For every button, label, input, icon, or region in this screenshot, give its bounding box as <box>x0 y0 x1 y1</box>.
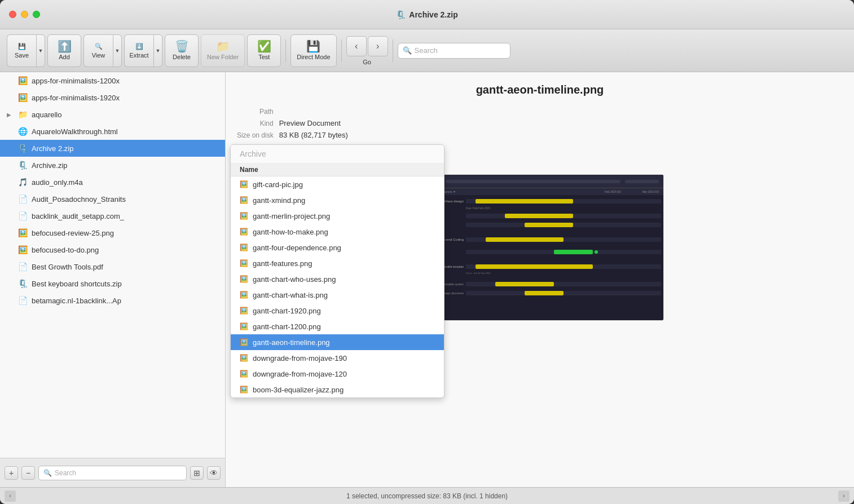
delete-button[interactable]: 🗑️ Delete <box>165 34 199 67</box>
arch-file-icon: 🖼️ <box>240 180 248 188</box>
direct-mode-button[interactable]: 💾 Direct Mode <box>290 34 336 67</box>
archive-item[interactable]: 🖼️ gantt-chart-1200.png <box>231 319 444 334</box>
list-item[interactable]: 🌐 AquareloWalkthrough.html <box>0 123 225 140</box>
path-label: Path <box>237 108 274 116</box>
archive-item[interactable]: 🖼️ gantt-chart-1920.png <box>231 303 444 319</box>
arch-file-icon: 🖼️ <box>240 212 248 220</box>
archive-item[interactable]: 🖼️ gantt-xmind.png <box>231 192 444 208</box>
left-panel: 🖼️ apps-for-minimalists-1200x 🖼️ apps-fo… <box>0 72 226 487</box>
file-name: backlink_audit_setapp.com_ <box>32 212 124 220</box>
maximize-button[interactable] <box>33 11 40 18</box>
file-name: betamagic.nl-1backlink...Ap <box>32 297 121 305</box>
status-nav-left-button[interactable]: ‹ <box>5 490 16 502</box>
list-item[interactable]: 🗜️ Archive 2.zip <box>0 140 225 157</box>
archive-item[interactable]: 🖼️ gantt-features.png <box>231 255 444 271</box>
list-item[interactable]: ▶ 📁 aquarello <box>0 106 225 123</box>
go-nav-group: ‹ › Go <box>346 36 388 65</box>
archive-item-selected[interactable]: 🖼️ gantt-aeon-timeline.png <box>231 334 444 350</box>
gantt-track <box>466 237 661 242</box>
archive-item[interactable]: 🖼️ gift-card-pic.jpg <box>231 176 444 192</box>
gantt-track <box>466 214 661 218</box>
archive-item[interactable]: 🖼️ downgrade-from-mojave-120 <box>231 366 444 382</box>
search-box[interactable]: 🔍 Search <box>398 43 510 59</box>
arch-file-icon: 🖼️ <box>240 354 248 362</box>
file-name: apps-for-minimalists-1920x <box>32 94 120 102</box>
add-item-button[interactable]: + <box>5 466 18 480</box>
extract-icon: ⬇️ <box>135 43 143 50</box>
new-folder-icon: 📁 <box>216 41 230 52</box>
left-panel-bottom: + − 🔍 Search ⊞ 👁 <box>0 458 225 487</box>
view-arrow[interactable]: ▼ <box>113 34 122 67</box>
back-button[interactable]: ‹ <box>346 36 367 56</box>
gantt-track <box>466 264 661 269</box>
gantt-track <box>466 250 661 254</box>
arch-file-icon: 🖼️ <box>240 386 248 394</box>
gantt-track <box>466 291 661 295</box>
separator-2 <box>341 39 342 62</box>
close-button[interactable] <box>9 11 16 18</box>
preview-image: Complete ▼ Resources ▼ Feb 2015 AD Mar 2… <box>416 174 664 321</box>
status-bar: ‹ 1 selected, uncompressed size: 83 KB (… <box>0 487 854 504</box>
add-icon: ⬆️ <box>58 41 72 52</box>
separator-1 <box>285 39 286 62</box>
archive-item[interactable]: 🖼️ gantt-chart-what-is.png <box>231 287 444 303</box>
gantt-track <box>466 223 661 227</box>
file-icon: 🖼️ <box>18 76 27 85</box>
arch-file-icon: 🖼️ <box>240 307 248 315</box>
test-button[interactable]: ✅ Test <box>247 34 281 67</box>
extract-button[interactable]: ⬇️ Extract <box>124 34 153 67</box>
archive-item[interactable]: 🖼️ downgrade-from-mojave-190 <box>231 350 444 366</box>
extract-button-group[interactable]: ⬇️ Extract ▼ <box>124 34 162 67</box>
view-button-group[interactable]: 🔍 View ▼ <box>83 34 122 67</box>
save-arrow[interactable]: ▼ <box>36 34 45 67</box>
separator-3 <box>393 39 393 62</box>
view-button[interactable]: 🔍 View <box>83 34 113 67</box>
file-icon: 🗜️ <box>18 161 27 170</box>
list-item[interactable]: 📄 Audit_Posadochnoy_Stranits <box>0 191 225 207</box>
archive-item[interactable]: 🖼️ gantt-four-dependence.png <box>231 240 444 255</box>
list-item[interactable]: 🖼️ apps-for-minimalists-1200x <box>0 72 225 89</box>
extract-arrow[interactable]: ▼ <box>153 34 162 67</box>
add-button[interactable]: ⬆️ Add <box>47 34 81 67</box>
status-nav-right: › <box>838 490 849 502</box>
save-button[interactable]: 💾 Save <box>7 34 36 67</box>
title-bar: 🗜️ Archive 2.zip <box>0 0 854 29</box>
grid-view-button[interactable]: ⊞ <box>190 466 204 480</box>
file-name: Best keyboard shortcuts.zip <box>32 280 122 288</box>
arch-file-icon: 🖼️ <box>240 259 248 267</box>
nav-buttons: ‹ › <box>346 36 388 56</box>
search-icon: 🔍 <box>403 46 412 55</box>
archive-item[interactable]: 🖼️ gantt-merlin-project.png <box>231 208 444 224</box>
list-item[interactable]: 📄 betamagic.nl-1backlink...Ap <box>0 292 225 309</box>
list-item[interactable]: 🖼️ apps-for-minimalists-1920x <box>0 89 225 106</box>
minimize-button[interactable] <box>21 11 28 18</box>
file-name: apps-for-minimalists-1200x <box>32 77 120 85</box>
list-item[interactable]: 📄 Best Growth Tools.pdf <box>0 258 225 275</box>
new-folder-button[interactable]: 📁 New Folder <box>201 34 245 67</box>
file-icon: 🎵 <box>18 178 27 187</box>
bottom-search-box[interactable]: 🔍 Search <box>38 466 187 480</box>
forward-button[interactable]: › <box>368 36 388 56</box>
archive-item[interactable]: 🖼️ gantt-how-to-make.png <box>231 224 444 240</box>
title-icon: 🗜️ <box>396 10 406 19</box>
arch-file-icon: 🖼️ <box>240 196 248 204</box>
list-item[interactable]: 🖼️ befocused-review-25.png <box>0 224 225 241</box>
gantt-track <box>466 199 661 204</box>
file-name: Best Growth Tools.pdf <box>32 263 103 271</box>
list-item[interactable]: 🗜️ Archive.zip <box>0 157 225 174</box>
file-name: aquarello <box>32 110 62 119</box>
file-icon: 🖼️ <box>18 228 27 237</box>
eye-button[interactable]: 👁 <box>207 466 221 480</box>
archive-item[interactable]: 🖼️ gantt-chart-who-uses.png <box>231 271 444 287</box>
list-item[interactable]: 🖼️ befocused-to-do.png <box>0 241 225 258</box>
archive-item[interactable]: 🖼️ boom-3d-equalizer-jazz.png <box>231 382 444 397</box>
list-item[interactable]: 🗜️ Best keyboard shortcuts.zip <box>0 275 225 292</box>
list-item[interactable]: 🎵 audio_only.m4a <box>0 174 225 191</box>
status-nav-right-button[interactable]: › <box>838 490 849 502</box>
list-item[interactable]: 📄 backlink_audit_setapp.com_ <box>0 207 225 224</box>
archive-dropdown-header: Archive <box>231 145 444 163</box>
remove-item-button[interactable]: − <box>21 466 35 480</box>
save-button-group[interactable]: 💾 Save ▼ <box>7 34 45 67</box>
status-nav-left: ‹ <box>5 490 16 502</box>
arch-file-icon: 🖼️ <box>240 291 248 299</box>
